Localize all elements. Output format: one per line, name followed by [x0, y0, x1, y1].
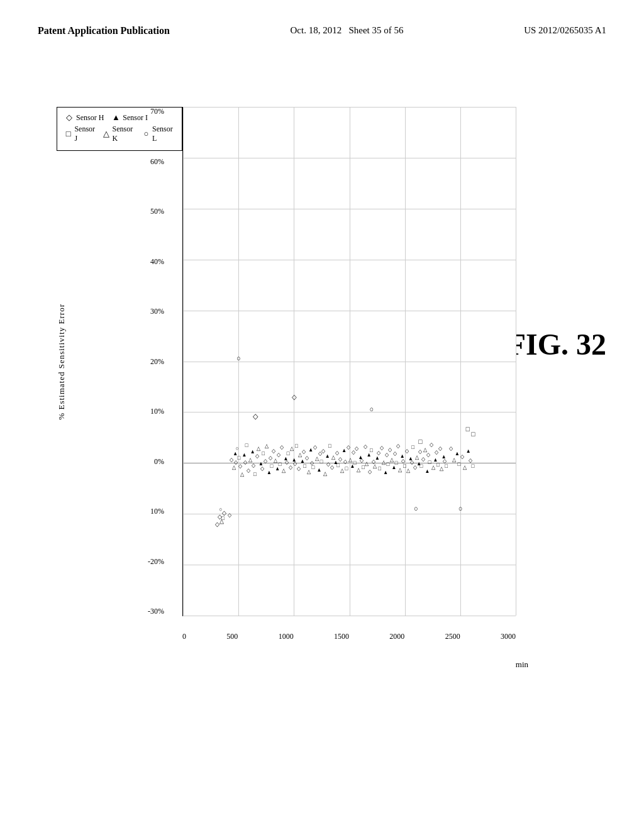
- y-label-40: 40%: [150, 257, 164, 267]
- svg-text:□: □: [428, 459, 431, 466]
- svg-text:◇: ◇: [393, 450, 397, 457]
- svg-text:◇: ◇: [396, 443, 401, 450]
- svg-text:□: □: [362, 464, 365, 471]
- svg-text:□: □: [445, 463, 448, 470]
- svg-text:△: △: [365, 460, 369, 467]
- svg-text:□: □: [245, 441, 248, 448]
- svg-text:◇: ◇: [368, 468, 372, 475]
- svg-text:◇: ◇: [247, 467, 251, 474]
- svg-text:◇: ◇: [305, 455, 309, 462]
- svg-text:◇: ◇: [292, 394, 296, 401]
- svg-text:◇: ◇: [260, 465, 265, 472]
- publication-title: Patent Application Publication: [38, 25, 170, 36]
- svg-text:◇: ◇: [449, 445, 453, 452]
- svg-text:◇: ◇: [253, 412, 258, 420]
- svg-text:□: □: [221, 515, 225, 522]
- svg-text:○: ○: [236, 445, 239, 452]
- svg-text:○: ○: [414, 504, 418, 512]
- svg-text:◇: ◇: [405, 448, 409, 455]
- svg-text:□: □: [345, 465, 348, 472]
- svg-text:▲: ▲: [308, 446, 313, 453]
- sensor-i-symbol: ▲: [111, 113, 120, 123]
- svg-text:□: □: [237, 455, 240, 462]
- svg-text:△: △: [415, 454, 419, 461]
- svg-text:△: △: [274, 457, 278, 464]
- y-label-0: 0%: [154, 457, 164, 467]
- sheet-info: Sheet 35 of 56: [348, 25, 403, 35]
- svg-text:◇: ◇: [230, 456, 234, 463]
- patent-number: US 2012/0265035 A1: [524, 25, 606, 36]
- svg-text:◇: ◇: [335, 450, 340, 456]
- svg-text:□: □: [436, 462, 440, 468]
- svg-text:◇: ◇: [269, 455, 273, 462]
- svg-text:△: △: [323, 470, 328, 477]
- gridline-n30: [183, 616, 516, 616]
- svg-text:△: △: [290, 445, 294, 452]
- svg-text:△: △: [463, 464, 467, 471]
- svg-text:△: △: [431, 464, 436, 471]
- svg-text:▲: ▲: [341, 447, 347, 454]
- y-label-30: 30%: [150, 307, 164, 316]
- svg-text:▲: ▲: [425, 468, 430, 475]
- svg-text:▲: ▲: [383, 469, 388, 476]
- svg-text:◇: ◇: [313, 444, 318, 451]
- svg-text:□: □: [312, 464, 315, 471]
- y-label-70: 70%: [150, 107, 164, 116]
- svg-text:□: □: [303, 463, 306, 470]
- svg-text:□: □: [403, 463, 406, 470]
- plot-region: ◇ ◇ △ ◇ ○ □ ◇ ◇ △ ▲ ◇ ○ □ ◇ △ ▲ ◇ □ ◇ △ …: [182, 107, 516, 616]
- svg-text:◇: ◇: [228, 512, 232, 519]
- svg-text:□: □: [279, 461, 282, 468]
- svg-text:□: □: [395, 460, 398, 467]
- y-label-n20: -20%: [148, 557, 164, 567]
- svg-text:△: △: [398, 467, 402, 473]
- y-label-n10: 10%: [150, 507, 164, 516]
- svg-text:◇: ◇: [388, 446, 392, 453]
- svg-text:□: □: [471, 463, 474, 470]
- svg-text:▲: ▲: [250, 448, 255, 455]
- sensor-h-symbol: ◇: [65, 113, 74, 123]
- svg-text:▲: ▲: [242, 451, 247, 458]
- y-label-60: 60%: [150, 157, 164, 167]
- x-axis-unit: min: [516, 660, 528, 670]
- svg-text:◇: ◇: [355, 445, 359, 452]
- svg-text:◇: ◇: [430, 441, 434, 448]
- svg-text:□: □: [320, 458, 323, 465]
- svg-text:□: □: [270, 463, 273, 470]
- svg-text:◇: ◇: [421, 456, 426, 463]
- svg-text:▲: ▲: [267, 469, 272, 476]
- x-label-2500: 2500: [445, 632, 460, 641]
- y-label-10: 10%: [150, 407, 164, 416]
- svg-text:◇: ◇: [272, 448, 276, 455]
- chart-area: % Estimated Sensitivity Error ◇ Sensor H…: [50, 101, 566, 704]
- svg-text:△: △: [348, 456, 353, 463]
- svg-text:△: △: [340, 467, 345, 474]
- sensor-h-label: Sensor H: [76, 113, 104, 123]
- svg-text:□: □: [253, 470, 257, 477]
- svg-text:□: □: [262, 450, 265, 457]
- x-label-0: 0: [182, 632, 186, 641]
- svg-text:□: □: [466, 425, 470, 433]
- svg-text:○: ○: [236, 355, 240, 363]
- svg-text:△: △: [282, 467, 286, 474]
- svg-text:▲: ▲: [455, 450, 460, 457]
- svg-text:△: △: [357, 467, 361, 473]
- svg-text:□: □: [295, 443, 298, 450]
- svg-text:◇: ◇: [460, 453, 465, 460]
- svg-text:△: △: [452, 456, 457, 463]
- svg-text:△: △: [382, 459, 386, 466]
- vgridline-3000: [516, 107, 516, 616]
- svg-text:◇: ◇: [343, 458, 348, 465]
- svg-text:□: □: [419, 463, 423, 470]
- svg-text:▲: ▲: [325, 453, 330, 460]
- svg-text:□: □: [471, 430, 475, 438]
- svg-text:◇: ◇: [252, 462, 256, 469]
- x-label-1000: 1000: [279, 632, 294, 641]
- svg-text:◇: ◇: [418, 448, 423, 455]
- svg-text:□: □: [418, 438, 423, 445]
- svg-text:▲: ▲: [316, 467, 321, 473]
- svg-text:◇: ◇: [277, 451, 281, 458]
- svg-text:◇: ◇: [215, 521, 219, 528]
- publication-date: Oct. 18, 2012: [290, 25, 341, 35]
- sensor-j-label: Sensor J: [74, 124, 95, 143]
